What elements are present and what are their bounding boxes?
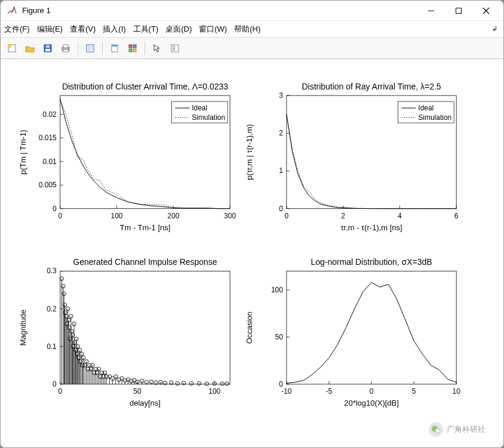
svg-text:10: 10	[453, 387, 461, 396]
svg-text:50: 50	[133, 387, 142, 396]
watermark-text: 广角科研社	[447, 424, 485, 435]
svg-rect-15	[112, 45, 118, 47]
plot-svg: 010020030000.0050.010.0150.02Distributio…	[1, 59, 503, 447]
svg-rect-17	[133, 45, 136, 48]
svg-point-5	[8, 44, 11, 48]
svg-rect-13	[88, 46, 93, 51]
figure-canvas: 010020030000.0050.010.0150.02Distributio…	[1, 59, 503, 447]
print-preview-button[interactable]	[82, 41, 98, 56]
menu-file[interactable]: 文件(F)	[4, 24, 30, 35]
window-title: Figure 1	[22, 6, 51, 15]
svg-rect-16	[129, 45, 132, 48]
svg-rect-10	[63, 45, 68, 48]
menu-view[interactable]: 查看(V)	[70, 24, 96, 35]
svg-text:5: 5	[412, 387, 416, 396]
svg-text:0.02: 0.02	[42, 110, 57, 119]
svg-text:0: 0	[285, 212, 289, 220]
svg-text:0: 0	[58, 212, 62, 220]
svg-text:2: 2	[341, 212, 345, 220]
svg-rect-228	[287, 271, 456, 384]
watermark: 广角科研社	[429, 422, 485, 437]
svg-text:Tm - Tm-1 [ns]: Tm - Tm-1 [ns]	[120, 223, 171, 232]
svg-text:2: 2	[279, 129, 283, 137]
svg-rect-7	[45, 49, 50, 51]
svg-text:Distribution of Ray Arrival Ti: Distribution of Ray Arrival Time, λ=2.5	[302, 82, 441, 91]
menu-tools[interactable]: 工具(T)	[133, 24, 159, 35]
menu-bar: 文件(F) 编辑(E) 查看(V) 插入(I) 工具(T) 桌面(D) 窗口(W…	[1, 21, 503, 38]
svg-text:0.3: 0.3	[47, 267, 57, 275]
svg-text:0: 0	[53, 380, 57, 388]
svg-text:0.2: 0.2	[47, 305, 57, 313]
menu-desktop[interactable]: 桌面(D)	[165, 24, 192, 35]
arrow-tool-button[interactable]	[149, 41, 165, 56]
menu-window[interactable]: 窗口(W)	[199, 24, 227, 35]
menu-insert[interactable]: 插入(I)	[103, 24, 125, 35]
toolbar-overflow-icon[interactable]: ↲	[492, 25, 497, 33]
svg-text:Ideal: Ideal	[418, 104, 434, 112]
svg-text:0.005: 0.005	[39, 181, 57, 189]
print-button[interactable]	[58, 41, 73, 56]
svg-text:50: 50	[275, 333, 284, 341]
maximize-button[interactable]	[445, 2, 472, 20]
svg-text:0.1: 0.1	[47, 342, 57, 351]
svg-text:Simulation: Simulation	[192, 113, 225, 122]
svg-text:Generated Channel Impulse Resp: Generated Channel Impulse Response	[73, 257, 217, 267]
close-button[interactable]	[472, 2, 500, 20]
svg-text:delay[ns]: delay[ns]	[130, 398, 161, 407]
insert-legend-button[interactable]	[167, 41, 183, 56]
svg-rect-11	[63, 50, 68, 52]
svg-text:1: 1	[279, 166, 283, 175]
open-button[interactable]	[22, 41, 38, 56]
new-figure-button[interactable]	[4, 41, 20, 56]
svg-text:100: 100	[271, 286, 283, 294]
svg-text:Magnitude: Magnitude	[19, 310, 27, 345]
menu-edit[interactable]: 编辑(E)	[37, 24, 63, 35]
svg-rect-18	[129, 49, 132, 52]
svg-text:20*log10(X)[dB]: 20*log10(X)[dB]	[344, 398, 398, 407]
svg-text:Log-normal Distribution, σX=3d: Log-normal Distribution, σX=3dB	[311, 257, 432, 267]
minimize-button[interactable]	[417, 2, 445, 20]
svg-point-249	[435, 428, 440, 433]
svg-text:Occasion: Occasion	[245, 311, 254, 344]
svg-rect-8	[46, 45, 50, 48]
svg-text:100: 100	[208, 387, 220, 396]
svg-text:100: 100	[111, 212, 123, 220]
svg-rect-1	[456, 8, 462, 13]
svg-text:0: 0	[53, 205, 57, 213]
menu-help[interactable]: 帮助(H)	[234, 24, 260, 35]
svg-text:p(τr,m | τ(r-1),m): p(τr,m | τ(r-1),m)	[245, 124, 254, 180]
svg-text:0: 0	[279, 205, 283, 213]
svg-text:0: 0	[58, 387, 62, 396]
svg-rect-19	[133, 49, 136, 52]
svg-text:200: 200	[167, 212, 179, 220]
figure-window: Figure 1 文件(F) 编辑(E) 查看(V) 插入(I) 工具(T) 桌…	[0, 0, 504, 448]
svg-text:300: 300	[224, 212, 236, 220]
svg-text:4: 4	[398, 212, 402, 220]
titlebar: Figure 1	[1, 1, 503, 21]
svg-text:6: 6	[454, 212, 459, 220]
svg-text:0.015: 0.015	[39, 134, 57, 142]
svg-text:-10: -10	[281, 387, 292, 396]
svg-text:0.01: 0.01	[42, 157, 57, 166]
svg-text:0: 0	[370, 387, 374, 396]
property-editor-button[interactable]	[125, 41, 140, 56]
save-button[interactable]	[40, 41, 56, 56]
svg-text:-5: -5	[326, 387, 333, 396]
edit-plot-button[interactable]	[107, 41, 122, 56]
svg-text:p(Tm | Tm-1): p(Tm | Tm-1)	[19, 129, 27, 174]
svg-text:Simulation: Simulation	[418, 113, 451, 122]
svg-text:Ideal: Ideal	[192, 104, 207, 112]
svg-text:3: 3	[279, 91, 283, 100]
window-controls	[417, 2, 500, 20]
toolbar	[1, 38, 503, 59]
svg-text:τr,m - τ(r-1),m [ns]: τr,m - τ(r-1),m [ns]	[340, 223, 402, 232]
svg-text:0: 0	[279, 380, 283, 388]
toolbar-separator	[145, 42, 145, 55]
matlab-icon	[7, 5, 17, 16]
toolbar-separator	[102, 42, 103, 55]
wechat-icon	[429, 422, 443, 437]
toolbar-separator	[78, 42, 78, 55]
svg-text:Distribution of Cluster Arriva: Distribution of Cluster Arrival Time, Λ=…	[62, 82, 228, 91]
